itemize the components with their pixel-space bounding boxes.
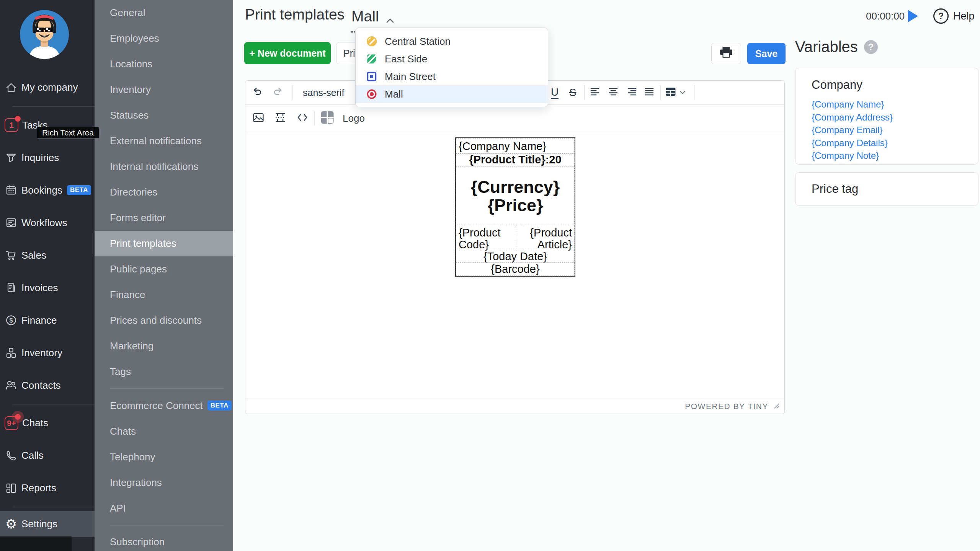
underline-button[interactable]: U — [546, 84, 564, 101]
settings-menu-divider — [110, 525, 224, 526]
resize-handle[interactable] — [773, 402, 780, 411]
sidebar-item-finance[interactable]: $ Finance — [0, 304, 95, 337]
variables-panel-header: Variables ? — [795, 38, 878, 55]
settings-item-subscription[interactable]: Subscription — [95, 529, 233, 551]
align-center-button[interactable] — [604, 84, 622, 101]
settings-item-general[interactable]: General — [95, 0, 233, 26]
dropdown-item-mall[interactable]: Mall — [356, 85, 548, 103]
justify-button[interactable] — [640, 84, 658, 101]
redo-icon — [272, 87, 283, 98]
sidebar-item-sales[interactable]: Sales — [0, 239, 95, 272]
toolbar-separator — [292, 85, 293, 100]
dropdown-item-main-street[interactable]: Main Street — [356, 68, 548, 85]
variables-price-tag-card[interactable]: Price tag — [795, 172, 978, 206]
settings-item-locations[interactable]: Locations — [95, 51, 233, 77]
settings-item-employees[interactable]: Employees — [95, 26, 233, 51]
insert-logo-button[interactable]: Logo — [320, 109, 365, 127]
settings-item-prices-and-discounts[interactable]: Prices and discounts — [95, 308, 233, 333]
sidebar-item-invoices[interactable]: Invoices — [0, 272, 95, 304]
settings-item-tags[interactable]: Tags — [95, 359, 233, 385]
variable-link[interactable]: {Company Email} — [812, 124, 978, 137]
variable-link[interactable]: {Company Details} — [812, 137, 978, 150]
template-product-title-cell[interactable]: {Product Title}:20 — [456, 153, 575, 166]
settings-item-finance[interactable]: Finance — [95, 282, 233, 308]
powered-by-tiny-link[interactable]: POWERED BY TINY — [685, 402, 768, 411]
page-break-button[interactable] — [271, 109, 289, 127]
source-code-button[interactable] — [294, 109, 311, 127]
settings-item-directories[interactable]: Directories — [95, 179, 233, 205]
template-company-name-cell[interactable]: {Company Name} — [456, 138, 575, 154]
chevron-up-icon — [386, 10, 394, 27]
variable-link[interactable]: {Company Address} — [812, 111, 978, 124]
settings-item-public-pages[interactable]: Public pages — [95, 256, 233, 282]
settings-item-external-notifications[interactable]: External notifications — [95, 128, 233, 154]
alert-dot — [15, 116, 21, 122]
settings-item-marketing[interactable]: Marketing — [95, 333, 233, 359]
timer-play-button[interactable] — [908, 10, 918, 22]
dropdown-item-central-station[interactable]: Central Station — [356, 33, 548, 50]
sidebar-item-bookings[interactable]: Bookings BETA — [0, 174, 95, 207]
template-today-date-cell[interactable]: {Today Date} — [456, 250, 575, 263]
settings-item-chats[interactable]: Chats — [95, 419, 233, 444]
sidebar-item-inquiries[interactable]: Inquiries — [0, 142, 95, 174]
template-code-article-row: {Product Code} {Product Article} — [456, 226, 575, 250]
sidebar-item-inventory[interactable]: Inventory — [0, 337, 95, 369]
settings-item-print-templates[interactable]: Print templates — [95, 231, 233, 256]
template-price-cell[interactable]: {Currency} {Price} — [456, 166, 575, 226]
rich-text-area-tooltip: Rich Text Area — [37, 127, 99, 139]
variables-company-title: Company — [812, 78, 978, 92]
variables-help-icon[interactable]: ? — [864, 40, 878, 54]
print-button[interactable] — [711, 43, 741, 64]
undo-button[interactable] — [249, 84, 266, 101]
variables-title: Variables — [795, 38, 858, 55]
undo-icon — [252, 87, 263, 98]
settings-item-integrations[interactable]: Integrations — [95, 470, 233, 496]
table-button[interactable] — [662, 84, 689, 101]
redo-button[interactable] — [269, 84, 286, 101]
save-button[interactable]: Save — [747, 43, 786, 64]
svg-text:$: $ — [10, 317, 13, 324]
sidebar-divider — [13, 404, 95, 405]
sidebar-item-workflows[interactable]: Workflows — [0, 207, 95, 239]
sidebar-item-chats[interactable]: 9+ Chats — [0, 407, 95, 439]
template-product-code-cell[interactable]: {Product Code} — [456, 226, 515, 250]
settings-item-forms-editor[interactable]: Forms editor — [95, 205, 233, 231]
sidebar-item-calls[interactable]: Calls — [0, 439, 95, 472]
price-tag-template[interactable]: {Company Name} {Product Title}:20 {Curre… — [455, 137, 575, 277]
settings-item-api[interactable]: API — [95, 496, 233, 521]
calendar-icon — [5, 184, 18, 197]
rich-text-area[interactable]: {Company Name} {Product Title}:20 {Curre… — [245, 132, 784, 400]
justify-icon — [644, 87, 654, 98]
sidebar-item-reports[interactable]: Reports — [0, 472, 95, 504]
settings-item-telephony[interactable]: Telephony — [95, 444, 233, 470]
variable-link[interactable]: {Company Note} — [812, 149, 978, 162]
sidebar-item-settings[interactable]: ⚙ Settings — [0, 511, 95, 537]
settings-item-inventory[interactable]: Inventory — [95, 77, 233, 103]
settings-item-internal-notifications[interactable]: Internal notifications — [95, 154, 233, 179]
settings-item-ecommerce-connect[interactable]: Ecommerce Connect BETA — [95, 393, 233, 419]
striped-circle-icon — [366, 36, 377, 47]
new-document-button[interactable]: + New document — [244, 42, 331, 64]
receipt-icon — [5, 281, 18, 294]
align-right-button[interactable] — [623, 84, 641, 101]
sidebar-item-contacts[interactable]: Contacts — [0, 369, 95, 402]
user-avatar[interactable] — [19, 9, 70, 60]
strikethrough-button[interactable]: S — [564, 84, 581, 101]
template-dropdown: Central Station East Side Main Street Ma… — [355, 28, 548, 107]
template-product-article-cell[interactable]: {Product Article} — [515, 226, 574, 250]
variables-price-tag-title: Price tag — [812, 182, 858, 196]
blocks-icon — [5, 346, 18, 359]
help-button[interactable]: ? Help — [933, 8, 975, 24]
image-icon — [253, 112, 264, 125]
insert-image-button[interactable] — [250, 109, 267, 127]
align-left-button[interactable] — [586, 84, 604, 101]
sidebar-item-my-company[interactable]: My company — [0, 71, 95, 104]
beta-badge: BETA — [207, 401, 232, 411]
notification-badge: 1 — [5, 118, 18, 132]
settings-item-statuses[interactable]: Statuses — [95, 103, 233, 128]
dropdown-item-east-side[interactable]: East Side — [356, 50, 548, 68]
variable-link[interactable]: {Company Name} — [812, 98, 978, 111]
template-barcode-cell[interactable]: {Barcode} — [456, 262, 575, 276]
sidebar-divider — [13, 507, 95, 507]
font-family-select[interactable]: sans-serif — [303, 81, 344, 104]
